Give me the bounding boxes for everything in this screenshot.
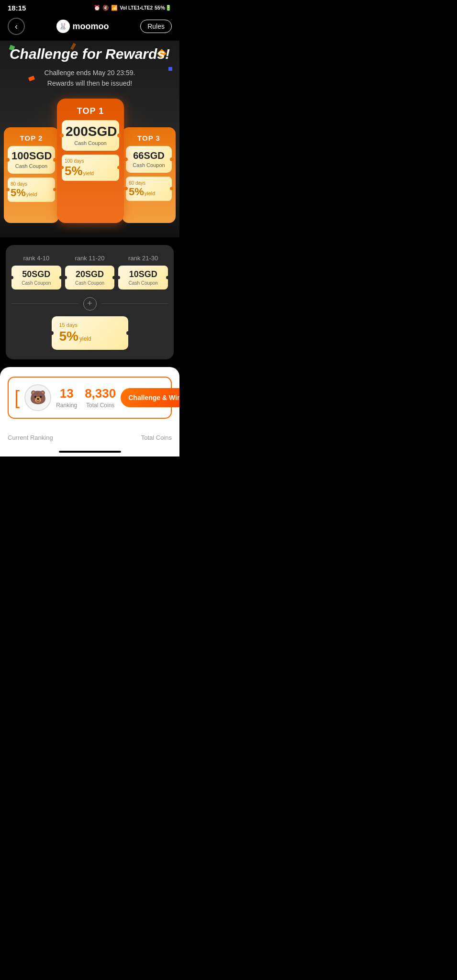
user-stats-section: 🐻 13 Ranking 8,330 Total Coins Challenge…	[0, 367, 179, 428]
status-time: 18:15	[8, 4, 26, 12]
stats-info: 13 Ranking 8,330 Total Coins	[56, 386, 116, 409]
rank-rewards-grid: rank 4-10 50SGD Cash Coupon rank 11-20 2…	[11, 255, 168, 290]
top1-coupon: 200SGD Cash Coupon	[62, 120, 119, 151]
rank-col-11-20: rank 11-20 20SGD Cash Coupon	[65, 255, 115, 290]
top1-yield-text: yield	[83, 170, 94, 176]
coins-number: 8,330	[85, 386, 116, 401]
nav-bar: ‹ 🐰 moomoo Rules	[0, 14, 179, 41]
top2-coupon-label: Cash Coupon	[11, 163, 51, 169]
top3-yield-percent: 5%	[129, 187, 144, 197]
top1-amount: 200SGD	[66, 125, 115, 138]
rank-4-10-label: rank 4-10	[23, 255, 49, 262]
yield-reward-card: 15 days 5% yield	[52, 316, 128, 350]
home-indicator	[59, 451, 121, 453]
rules-button[interactable]: Rules	[140, 20, 172, 33]
top2-card: TOP 2 100SGD Cash Coupon 80 days 5% yiel…	[4, 127, 59, 223]
rank-4-10-coupon: 50SGD Cash Coupon	[11, 266, 61, 290]
top3-yield: 60 days 5% yield	[126, 177, 172, 201]
yield-reward-days: 15 days	[59, 322, 121, 328]
rank-21-30-coupon-label: Cash Coupon	[121, 280, 165, 286]
top3-card: TOP 3 66SGD Cash Coupon 60 days 5% yield	[122, 127, 176, 223]
total-coins-hint: Total Coins	[141, 434, 172, 441]
top2-yield: 80 days 5% yield	[8, 178, 55, 202]
mute-icon: 🔇	[102, 5, 109, 11]
logo-text: moomoo	[73, 22, 109, 32]
coins-stat: 8,330 Total Coins	[85, 386, 116, 409]
rank-21-30-coupon: 10SGD Cash Coupon	[118, 266, 168, 290]
hero-section: Challenge for Rewards! Challenge ends Ma…	[0, 41, 179, 237]
rank-11-20-label: rank 11-20	[75, 255, 104, 262]
top2-rank-label: TOP 2	[20, 134, 43, 142]
rank-4-10-amount: 50SGD	[14, 269, 58, 279]
status-icons: ⏰ 🔇 📶 Vol LTE1▪LTE2 55%🔋	[94, 5, 172, 11]
top2-yield-text: yield	[26, 191, 37, 197]
yield-reward-percent: 5%	[59, 329, 78, 344]
top3-yield-days: 60 days	[129, 180, 169, 186]
rank-21-30-label: rank 21-30	[128, 255, 158, 262]
top3-coupon-label: Cash Coupon	[130, 162, 168, 168]
top3-yield-text: yield	[145, 190, 156, 196]
rank-11-20-coupon: 20SGD Cash Coupon	[65, 266, 115, 290]
podium: TOP 2 100SGD Cash Coupon 80 days 5% yiel…	[4, 99, 176, 223]
alarm-icon: ⏰	[94, 5, 100, 11]
ranking-stat: 13 Ranking	[56, 386, 77, 409]
ranking-label: Ranking	[56, 402, 77, 409]
plus-divider: +	[11, 297, 168, 311]
user-avatar: 🐻	[24, 384, 51, 411]
rank-11-20-amount: 20SGD	[68, 269, 112, 279]
wifi-icon: 📶	[111, 5, 118, 11]
hero-title: Challenge for Rewards!	[8, 45, 172, 63]
signal-text: Vol LTE1▪LTE2	[120, 5, 153, 11]
top3-coupon: 66SGD Cash Coupon	[126, 146, 172, 173]
bottom-bar	[0, 447, 179, 457]
stats-card: 🐻 13 Ranking 8,330 Total Coins Challenge…	[8, 377, 172, 419]
top3-rank-label: TOP 3	[137, 134, 160, 142]
battery-text: 55%🔋	[155, 5, 172, 11]
top1-yield: 100 days 5% yield	[62, 155, 119, 181]
rank-11-20-coupon-label: Cash Coupon	[68, 280, 112, 286]
rank-col-21-30: rank 21-30 10SGD Cash Coupon	[118, 255, 168, 290]
top2-coupon: 100SGD Cash Coupon	[8, 146, 55, 174]
bottom-hint: Current Ranking Total Coins	[0, 428, 179, 447]
divider-line-left	[11, 303, 78, 304]
coins-label: Total Coins	[86, 402, 114, 409]
top1-yield-percent: 5%	[65, 165, 83, 177]
top2-yield-days: 80 days	[11, 181, 52, 187]
back-button[interactable]: ‹	[8, 18, 25, 35]
divider-line-right	[101, 303, 168, 304]
ranking-number: 13	[60, 386, 74, 401]
top1-rank-label: TOP 1	[77, 106, 104, 116]
plus-icon: +	[83, 297, 97, 311]
top2-amount: 100SGD	[11, 151, 51, 161]
current-ranking-hint: Current Ranking	[8, 434, 53, 441]
top2-yield-percent: 5%	[11, 188, 26, 198]
top1-yield-days: 100 days	[65, 158, 116, 164]
logo-icon: 🐰	[56, 20, 70, 33]
rank-4-10-coupon-label: Cash Coupon	[14, 280, 58, 286]
logo: 🐰 moomoo	[56, 20, 109, 33]
rewards-section: rank 4-10 50SGD Cash Coupon rank 11-20 2…	[6, 245, 174, 359]
status-bar: 18:15 ⏰ 🔇 📶 Vol LTE1▪LTE2 55%🔋	[0, 0, 179, 14]
back-icon: ‹	[15, 22, 18, 32]
hero-subtitle: Challenge ends May 20 23:59.Rewards will…	[8, 67, 172, 89]
top1-card: TOP 1 200SGD Cash Coupon 100 days 5% yie…	[57, 99, 124, 223]
top3-amount: 66SGD	[130, 151, 168, 160]
challenge-win-button[interactable]: Challenge & Win!	[121, 388, 179, 407]
rank-21-30-amount: 10SGD	[121, 269, 165, 279]
yield-reward-text: yield	[79, 335, 91, 342]
top1-coupon-label: Cash Coupon	[66, 140, 115, 146]
rank-col-4-10: rank 4-10 50SGD Cash Coupon	[11, 255, 61, 290]
